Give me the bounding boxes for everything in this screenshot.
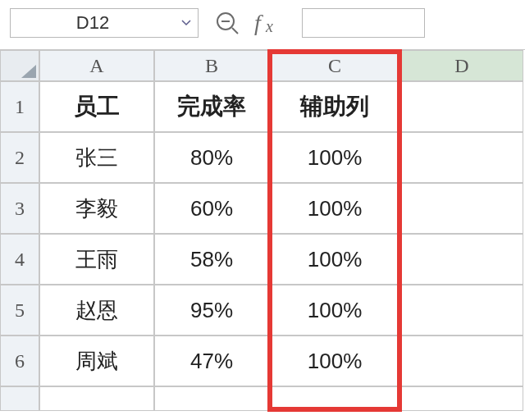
cell-D2[interactable] <box>400 132 523 183</box>
name-box[interactable]: D12 <box>10 8 199 38</box>
cell-B3[interactable]: 60% <box>154 183 269 234</box>
cell-D7[interactable] <box>400 386 523 411</box>
cell-B7[interactable] <box>154 386 269 411</box>
formula-toolbar: D12 f x <box>0 0 525 50</box>
cell-A4[interactable]: 王雨 <box>39 234 154 285</box>
cell-B2[interactable]: 80% <box>154 132 269 183</box>
col-header-C[interactable]: C <box>269 50 400 81</box>
row-header-1[interactable]: 1 <box>0 81 39 132</box>
cell-B5[interactable]: 95% <box>154 285 269 336</box>
cell-C6[interactable]: 100% <box>269 336 400 386</box>
row-header-4[interactable]: 4 <box>0 234 39 285</box>
cell-D3[interactable] <box>400 183 523 234</box>
svg-line-2 <box>232 28 238 34</box>
formula-input[interactable] <box>302 8 425 38</box>
cell-D6[interactable] <box>400 336 523 386</box>
cell-C5[interactable]: 100% <box>269 285 400 336</box>
formula-bar-group: f x <box>215 8 425 38</box>
row-header-6[interactable]: 6 <box>0 336 39 386</box>
fx-icon[interactable]: f x <box>254 11 287 35</box>
cell-C7[interactable] <box>269 386 400 411</box>
cell-A1[interactable]: 员工 <box>39 81 154 132</box>
col-header-B[interactable]: B <box>154 50 269 81</box>
cell-D1[interactable] <box>400 81 523 132</box>
cell-A6[interactable]: 周斌 <box>39 336 154 386</box>
name-box-value[interactable]: D12 <box>11 12 175 34</box>
cell-C3[interactable]: 100% <box>269 183 400 234</box>
cell-B4[interactable]: 58% <box>154 234 269 285</box>
svg-text:f: f <box>254 11 263 35</box>
row-header-5[interactable]: 5 <box>0 285 39 336</box>
cell-A2[interactable]: 张三 <box>39 132 154 183</box>
cell-C2[interactable]: 100% <box>269 132 400 183</box>
cell-D5[interactable] <box>400 285 523 336</box>
spreadsheet-grid: A B C D 1 员工 完成率 辅助列 2 张三 80% 100% 3 李毅 … <box>0 50 525 411</box>
select-all-corner[interactable] <box>0 50 39 81</box>
zoom-out-icon[interactable] <box>215 11 240 35</box>
cell-B6[interactable]: 47% <box>154 336 269 386</box>
svg-text:x: x <box>265 17 273 35</box>
cell-D4[interactable] <box>400 234 523 285</box>
cell-C1[interactable]: 辅助列 <box>269 81 400 132</box>
row-header-3[interactable]: 3 <box>0 183 39 234</box>
cell-A7[interactable] <box>39 386 154 411</box>
cell-A5[interactable]: 赵恩 <box>39 285 154 336</box>
row-header-7[interactable] <box>0 386 39 411</box>
cell-B1[interactable]: 完成率 <box>154 81 269 132</box>
cell-A3[interactable]: 李毅 <box>39 183 154 234</box>
name-box-dropdown-icon[interactable] <box>175 20 198 26</box>
cell-C4[interactable]: 100% <box>269 234 400 285</box>
col-header-D[interactable]: D <box>400 50 523 81</box>
col-header-A[interactable]: A <box>39 50 154 81</box>
row-header-2[interactable]: 2 <box>0 132 39 183</box>
